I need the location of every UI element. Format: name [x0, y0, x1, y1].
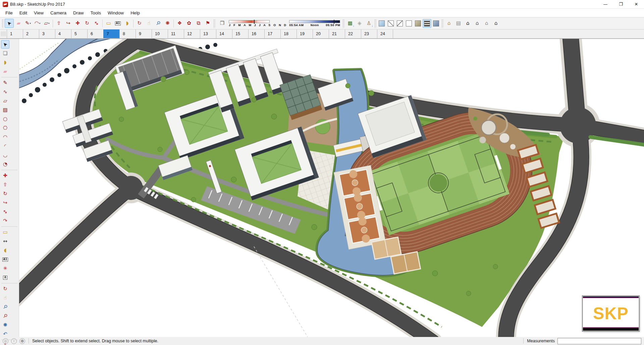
scale-tool[interactable]: ↔ — [1, 208, 9, 216]
scene-tab-22[interactable]: 22 — [345, 29, 361, 38]
scene-tab-15[interactable]: 15 — [232, 29, 248, 38]
select-tool[interactable]: ➤ — [1, 40, 9, 49]
shadow-toggle-button[interactable]: ❒ — [218, 19, 227, 28]
polygon-tool[interactable]: ⎔ — [1, 124, 9, 132]
rectangle-tool[interactable]: ▱ — [1, 97, 9, 105]
follow-me-button[interactable]: ↪ — [64, 19, 73, 28]
wireframe-button[interactable] — [395, 19, 404, 28]
photo-textures-button[interactable]: ♙↓ — [364, 19, 373, 28]
3d-text-tool[interactable]: A — [1, 273, 9, 282]
scene-tab-5[interactable]: 5 — [71, 29, 87, 38]
scene-tab-24[interactable]: 24 — [377, 29, 393, 38]
zoom-window-tool[interactable]: ⚲ — [1, 312, 9, 320]
menu-camera[interactable]: Camera — [47, 9, 70, 17]
arc-tool[interactable]: ◜ — [1, 142, 9, 150]
left-view-button[interactable]: ⌂ — [491, 19, 500, 28]
measurements-input[interactable] — [557, 338, 641, 344]
scene-tab-21[interactable]: 21 — [329, 29, 345, 38]
model-viewport[interactable] — [19, 39, 644, 337]
pie-tool[interactable]: ◔ — [1, 160, 9, 168]
freehand-tool[interactable]: ∿ — [1, 88, 9, 96]
select-button[interactable]: ➤ — [5, 19, 14, 28]
scale-button[interactable]: ↔ — [92, 19, 101, 28]
share-model-button[interactable]: ✿ — [184, 19, 194, 28]
scene-tab-17[interactable]: 17 — [264, 29, 280, 38]
line-button[interactable]: ✎▾ — [23, 19, 33, 28]
dimension-tool[interactable]: ↔ — [1, 237, 9, 246]
toolbar-grip[interactable] — [374, 19, 376, 28]
back-view-button[interactable]: ⌂ — [482, 19, 491, 28]
menu-draw[interactable]: Draw — [70, 9, 87, 17]
add-location-pin-button[interactable]: ⚑ — [203, 19, 212, 28]
scene-tab-10[interactable]: 10 — [152, 29, 168, 38]
move-button[interactable]: ✚ — [73, 19, 82, 28]
three-point-arc-tool[interactable]: ◡ — [1, 151, 9, 159]
monochrome-button[interactable] — [432, 19, 440, 28]
scene-tab-1[interactable]: 1 — [7, 29, 23, 38]
shadow-date-slider[interactable]: J F M A M J J A S O N D — [229, 20, 287, 27]
text-button[interactable]: A1 — [113, 19, 122, 28]
top-view-button[interactable]: ▤ — [454, 19, 463, 28]
restore-button[interactable]: ❐ — [613, 0, 629, 8]
time-slider-handle[interactable] — [334, 20, 334, 24]
scene-tab-6[interactable]: 6 — [87, 29, 103, 38]
x-ray-button[interactable] — [377, 19, 386, 28]
make-component-tool[interactable]: ❏ — [1, 49, 9, 58]
shaded-button[interactable] — [414, 19, 422, 28]
text-tool[interactable]: A1 — [1, 255, 9, 264]
scene-tab-3[interactable]: 3 — [39, 29, 55, 38]
menu-window[interactable]: Window — [104, 9, 127, 17]
scene-tab-11[interactable]: 11 — [168, 29, 184, 38]
tape-measure-button[interactable]: ▭ — [104, 19, 113, 28]
help-icon[interactable]: i — [11, 338, 17, 344]
date-slider-handle[interactable] — [254, 20, 255, 24]
toolbar-grip[interactable] — [342, 19, 344, 28]
protractor-tool[interactable]: ◖ — [1, 246, 9, 255]
push-pull-button[interactable]: ⇧ — [54, 19, 63, 28]
right-view-button[interactable]: ⌂ — [473, 19, 482, 28]
scene-tab-23[interactable]: 23 — [361, 29, 377, 38]
menu-view[interactable]: View — [31, 9, 47, 17]
scene-tab-8[interactable]: 8 — [119, 29, 136, 38]
scene-tab-12[interactable]: 12 — [184, 29, 200, 38]
previous-tool[interactable]: ↶ — [1, 330, 9, 338]
hidden-line-button[interactable] — [405, 19, 413, 28]
axes-tool[interactable]: ✳ — [1, 264, 9, 273]
paint-bucket-tool[interactable]: ◗ — [1, 58, 9, 67]
toolbar-grip[interactable] — [213, 19, 215, 28]
model-library-button[interactable]: ❖ — [175, 19, 184, 28]
orbit-tool[interactable]: ↻ — [1, 285, 9, 293]
arc-button[interactable]: ◠▾ — [33, 19, 42, 28]
rotated-rectangle-tool[interactable]: ▨ — [1, 106, 9, 114]
eraser-tool[interactable]: ▰ — [1, 67, 9, 76]
line-tool[interactable]: ✎ — [1, 79, 9, 87]
toolbar-grip[interactable] — [441, 19, 443, 28]
scene-tab-16[interactable]: 16 — [248, 29, 264, 38]
front-view-button[interactable]: ⌂ — [463, 19, 472, 28]
scene-tab-4[interactable]: 4 — [55, 29, 71, 38]
minimize-button[interactable]: — — [598, 0, 613, 8]
orbit-button[interactable]: ↻ — [135, 19, 144, 28]
scene-tab-13[interactable]: 13 — [200, 29, 216, 38]
drawing-canvas[interactable] — [19, 39, 644, 337]
rotate-tool[interactable]: ↻ — [1, 190, 9, 198]
eraser-button[interactable]: ▰ — [14, 19, 23, 28]
rectangle-button[interactable]: ▱▾ — [42, 19, 51, 28]
shaded-with-textures-button[interactable] — [423, 19, 431, 28]
zoom-extents-tool[interactable]: ✺ — [1, 321, 9, 329]
scene-tabs-grip[interactable] — [1, 31, 6, 36]
pan-button[interactable]: ☝ — [144, 19, 153, 28]
position-camera-tool[interactable]: ♙ — [1, 341, 9, 345]
paint-bucket-button[interactable]: ◗ — [123, 19, 132, 28]
zoom-tool[interactable]: ⚲ — [1, 303, 9, 311]
scene-tab-14[interactable]: 14 — [216, 29, 232, 38]
rectangle-dropdown-icon[interactable]: ▾ — [48, 22, 50, 25]
pan-tool[interactable]: ☝ — [1, 294, 9, 302]
menu-file[interactable]: File — [2, 9, 16, 17]
add-location-button[interactable]: ▩↓ — [345, 19, 355, 28]
zoom-extents-button[interactable]: ✺ — [163, 19, 172, 28]
scene-tab-2[interactable]: 2 — [23, 29, 39, 38]
back-edges-button[interactable] — [386, 19, 395, 28]
scene-tab-9[interactable]: 9 — [136, 29, 152, 38]
push-pull-tool[interactable]: ⇧ — [1, 181, 9, 189]
